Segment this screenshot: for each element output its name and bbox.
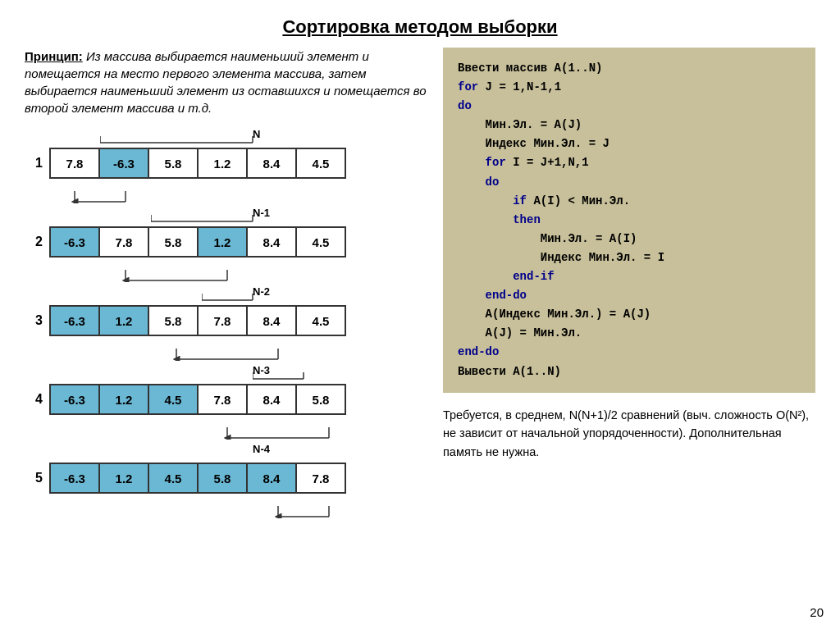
- array-2: -6.3 7.8 5.8 1.2 8.4 4.5: [49, 226, 345, 258]
- array-4: -6.3 1.2 4.5 7.8 8.4 5.8: [49, 384, 345, 415]
- code-line-13: end-do: [458, 286, 801, 305]
- cell-2-1: 7.8: [98, 226, 149, 258]
- code-line-8: if А(I) < Мин.Эл.: [458, 192, 801, 211]
- step-1: 1: [25, 156, 43, 171]
- cell-4-2: 4.5: [148, 384, 199, 415]
- cell-2-0: -6.3: [49, 226, 100, 258]
- bracket-svg-3: [202, 292, 317, 302]
- array-row-4: 4 -6.3 1.2 4.5 7.8 8.4 5.8: [25, 384, 427, 415]
- cell-1-4: 8.4: [246, 148, 297, 179]
- page-title: Сортировка методом выборки: [25, 16, 815, 38]
- step-4: 4: [25, 392, 43, 407]
- bracket-svg-2: [151, 213, 315, 223]
- array-row-1: 1 7.8 -6.3 5.8 1.2 8.4 4.5: [25, 148, 427, 179]
- cell-4-3: 7.8: [197, 384, 248, 415]
- cell-3-4: 8.4: [246, 305, 297, 336]
- cell-1-0: 7.8: [49, 148, 100, 179]
- cell-5-1: 1.2: [98, 463, 149, 494]
- cell-1-1: -6.3: [98, 148, 149, 179]
- cell-2-2: 5.8: [148, 226, 199, 258]
- cell-5-4: 8.4: [246, 463, 297, 494]
- cell-4-0: -6.3: [49, 384, 100, 415]
- array-row-3: 3 -6.3 1.2 5.8 7.8 8.4 4.5: [25, 305, 427, 336]
- step-2: 2: [25, 235, 43, 249]
- page-number: 20: [810, 605, 824, 619]
- arrow-svg-5: [49, 502, 394, 518]
- cell-2-4: 8.4: [246, 226, 297, 258]
- cell-3-0: -6.3: [49, 305, 100, 336]
- step-5: 5: [25, 471, 43, 485]
- cell-1-2: 5.8: [148, 148, 199, 179]
- bracket-svg-1: [100, 134, 313, 144]
- code-line-12: end-if: [458, 267, 801, 286]
- bottom-text: Требуется, в среднем, N(N+1)/2 сравнений…: [443, 406, 815, 461]
- code-line-11: Индекс Мин.Эл. = I: [458, 248, 801, 267]
- arrow-svg-4: [49, 423, 361, 440]
- step-3: 3: [25, 313, 43, 328]
- code-line-10: Мин.Эл. = А(I): [458, 230, 801, 248]
- cell-3-5: 4.5: [295, 305, 346, 336]
- cell-3-3: 7.8: [197, 305, 248, 336]
- cell-1-3: 1.2: [197, 148, 248, 179]
- principle-label: Принцип:: [25, 49, 83, 63]
- arrow-svg-3: [49, 344, 304, 361]
- array-5: -6.3 1.2 4.5 5.8 8.4 7.8: [49, 463, 345, 494]
- code-block: Ввести массив А(1..N) for J = 1,N-1,1 do…: [443, 48, 815, 393]
- code-line-7: do: [458, 173, 801, 192]
- code-line-14: А(Индекс Мин.Эл.) = А(J): [458, 305, 801, 324]
- bracket-svg-5: [304, 449, 320, 459]
- cell-4-4: 8.4: [246, 384, 297, 415]
- right-panel: Ввести массив А(1..N) for J = 1,N-1,1 do…: [443, 48, 815, 613]
- cell-5-2: 4.5: [148, 463, 199, 494]
- code-line-2: for J = 1,N-1,1: [458, 78, 801, 97]
- bracket-svg-4: [253, 371, 318, 381]
- cell-3-2: 5.8: [148, 305, 199, 336]
- left-panel: Принцип: Из массива выбирается наименьши…: [25, 48, 427, 613]
- code-line-15: А(J) = Мин.Эл.: [458, 324, 801, 343]
- code-line-3: do: [458, 97, 801, 116]
- array-3: -6.3 1.2 5.8 7.8 8.4 4.5: [49, 305, 345, 336]
- code-line-6: for I = J+1,N,1: [458, 153, 801, 172]
- cell-2-3: 1.2: [197, 226, 248, 258]
- cell-3-1: 1.2: [98, 305, 149, 336]
- code-line-16: end-do: [458, 343, 801, 362]
- cell-5-0: -6.3: [49, 463, 100, 494]
- code-line-4: Мин.Эл. = А(J): [458, 116, 801, 134]
- array-row-2: 2 -6.3 7.8 5.8 1.2 8.4 4.5: [25, 226, 427, 258]
- code-line-1: Ввести массив А(1..N): [458, 59, 801, 78]
- cell-4-1: 1.2: [98, 384, 149, 415]
- array-1: 7.8 -6.3 5.8 1.2 8.4 4.5: [49, 148, 345, 179]
- array-row-5: 5 -6.3 1.2 4.5 5.8 8.4 7.8: [25, 463, 427, 494]
- cell-2-5: 4.5: [295, 226, 346, 258]
- code-line-17: Вывести А(1..N): [458, 362, 801, 381]
- arrays-section: N 1 7.8 -6.3 5.8 1.2 8.4 4.5: [25, 128, 427, 518]
- cell-5-3: 5.8: [197, 463, 248, 494]
- principle-text: Принцип: Из массива выбирается наименьши…: [25, 48, 427, 116]
- n-label-5: N-4: [253, 443, 270, 455]
- code-line-9: then: [458, 211, 801, 230]
- code-line-5: Индекс Мин.Эл. = J: [458, 134, 801, 153]
- cell-5-5: 7.8: [295, 463, 346, 494]
- arrow-svg-1: [49, 187, 213, 203]
- arrow-svg-2: [49, 266, 254, 282]
- cell-4-5: 5.8: [295, 384, 346, 415]
- cell-1-5: 4.5: [295, 148, 346, 179]
